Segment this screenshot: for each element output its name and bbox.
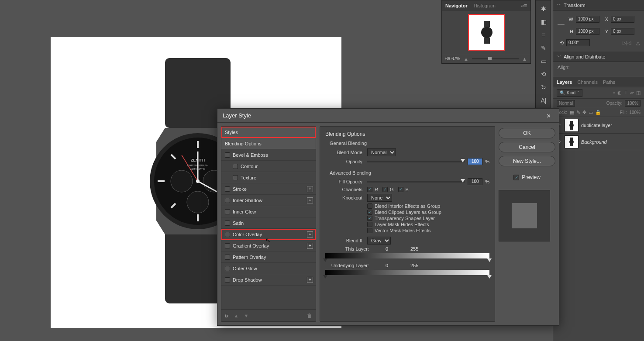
blend-interior-checkbox[interactable] — [367, 203, 372, 209]
bevel-emboss-item[interactable]: Bevel & Emboss — [221, 149, 316, 161]
this-layer-slider[interactable] — [325, 253, 489, 258]
width-field[interactable]: 1000 px — [576, 16, 599, 23]
zoom-in-icon[interactable]: ▲ — [522, 56, 527, 62]
channel-b-label: B — [406, 187, 409, 192]
flip-h-icon[interactable]: ▷|◁ — [623, 40, 631, 46]
tab-channels[interactable]: Channels — [577, 79, 597, 85]
type-a-icon[interactable]: A| — [536, 94, 551, 107]
blend-mode-select[interactable]: Normal — [367, 148, 396, 156]
filter-shape-icon[interactable]: ▱ — [630, 90, 634, 96]
navigator-thumbnail[interactable] — [468, 14, 505, 51]
filter-smart-icon[interactable]: ◫ — [636, 90, 641, 96]
svg-point-24 — [481, 27, 492, 38]
plus-icon[interactable]: + — [307, 243, 313, 249]
angle-field[interactable]: 0.00° — [566, 39, 590, 46]
lock-artboard-icon[interactable]: ▭ — [589, 110, 593, 115]
close-icon[interactable]: × — [547, 112, 554, 119]
vector-mask-hides-checkbox[interactable] — [367, 228, 372, 233]
filter-adjust-icon[interactable]: ◐ — [617, 90, 622, 96]
layers-fill-field[interactable]: 100% — [629, 110, 641, 115]
satin-item[interactable]: Satin — [221, 217, 316, 229]
trash-icon[interactable]: 🗑 — [307, 313, 312, 319]
plus-icon[interactable]: + — [307, 186, 313, 192]
lock-move-icon[interactable]: ✥ — [582, 110, 586, 115]
underlying-layer-slider[interactable] — [325, 270, 489, 275]
channel-g-label: G — [390, 187, 394, 192]
opacity-slider[interactable] — [367, 161, 465, 162]
tab-navigator[interactable]: Navigator — [445, 3, 468, 8]
history-icon[interactable]: ↻ — [536, 81, 551, 94]
compass-icon[interactable]: ✱ — [536, 2, 551, 15]
gradient-overlay-item[interactable]: Gradient Overlay+ — [221, 240, 316, 251]
height-field[interactable]: 1000 px — [576, 28, 599, 35]
fill-opacity-pct: % — [485, 179, 489, 184]
channel-g-checkbox[interactable] — [382, 187, 388, 192]
layer-mask-hides-checkbox[interactable] — [367, 222, 372, 227]
tab-paths[interactable]: Paths — [603, 79, 615, 85]
library-icon[interactable]: ▭ — [536, 55, 551, 68]
zoom-out-icon[interactable]: ▲ — [464, 56, 468, 62]
drop-shadow-item[interactable]: Drop Shadow+ — [221, 274, 316, 286]
color-icon[interactable]: ◧ — [536, 15, 551, 28]
general-blending-label: General Blending — [330, 141, 489, 146]
channel-r-checkbox[interactable] — [367, 187, 372, 192]
texture-item[interactable]: Texture — [221, 172, 316, 183]
zoom-level[interactable]: 66.67% — [445, 56, 460, 61]
outer-glow-item[interactable]: Outer Glow — [221, 263, 316, 274]
layer-row[interactable]: 👁 duplicate layer — [553, 117, 644, 134]
transform-section-header[interactable]: ﹀ Transform — [553, 0, 644, 10]
inner-shadow-item[interactable]: Inner Shadow+ — [221, 195, 316, 206]
styles-header[interactable]: Styles — [221, 127, 316, 138]
knockout-select[interactable]: None — [367, 194, 392, 202]
new-style-button[interactable]: New Style... — [499, 156, 555, 166]
arrow-up-icon[interactable]: ▲ — [234, 313, 239, 318]
contour-item[interactable]: Contour — [221, 161, 316, 172]
blend-clipped-checkbox[interactable] — [367, 210, 372, 215]
tab-histogram[interactable]: Histogram — [474, 3, 496, 8]
align-section-header[interactable]: ﹀ Align and Distribute — [553, 52, 644, 62]
layer-thumbnail[interactable] — [565, 135, 579, 148]
channel-b-checkbox[interactable] — [398, 187, 403, 192]
clone-icon[interactable]: ⟲ — [536, 68, 551, 81]
layer-thumbnail[interactable] — [565, 119, 579, 132]
lock-brush-icon[interactable]: ✎ — [576, 110, 580, 115]
layers-opacity-field[interactable]: 100% — [625, 100, 641, 107]
filter-pixel-icon[interactable]: ▫ — [613, 90, 615, 96]
blend-if-select[interactable]: Gray — [367, 237, 391, 245]
lock-transparency-icon[interactable]: ▦ — [570, 110, 574, 115]
layer-filter-kind[interactable]: 🔍 Kind ˅ — [557, 89, 582, 97]
brush-icon[interactable]: ✎ — [536, 41, 551, 55]
plus-icon[interactable]: + — [307, 231, 313, 238]
transparency-shapes-checkbox[interactable] — [367, 216, 372, 221]
x-field[interactable]: 0 px — [611, 16, 634, 23]
tab-layers[interactable]: Layers — [557, 79, 572, 85]
opacity-field[interactable]: 100 — [468, 158, 482, 165]
ok-button[interactable]: OK — [499, 128, 555, 138]
svg-rect-22 — [484, 21, 490, 27]
layers-blend-mode[interactable]: Normal — [557, 100, 575, 107]
panel-menu-icon[interactable]: »≡ — [521, 3, 527, 9]
blending-options-item[interactable]: Blending Options — [221, 138, 316, 149]
color-overlay-item[interactable]: Color Overlay+ — [221, 229, 316, 240]
svg-text:ZENITH: ZENITH — [191, 158, 205, 162]
preview-label: Preview — [522, 174, 541, 180]
layer-row[interactable]: 👁 Background — [553, 134, 644, 150]
arrow-down-icon[interactable]: ▼ — [244, 313, 248, 318]
flip-v-icon[interactable]: △ — [636, 40, 640, 46]
inner-glow-item[interactable]: Inner Glow — [221, 206, 316, 217]
preview-checkbox[interactable] — [513, 175, 519, 180]
plus-icon[interactable]: + — [307, 277, 313, 283]
fill-opacity-field[interactable]: 100 — [468, 178, 482, 185]
plus-icon[interactable]: + — [307, 197, 313, 203]
link-dimensions-icon[interactable]: ⎯⎯ — [558, 14, 565, 29]
filter-type-icon[interactable]: T — [624, 90, 627, 96]
lock-all-icon[interactable]: 🔒 — [595, 110, 601, 115]
stroke-item[interactable]: Stroke+ — [221, 183, 316, 195]
adjustments-icon[interactable]: ≡ — [536, 28, 551, 41]
zoom-slider[interactable] — [472, 58, 519, 59]
cancel-button[interactable]: Cancel — [499, 142, 555, 152]
y-field[interactable]: 0 px — [611, 28, 634, 35]
fx-menu-icon[interactable]: fx — [225, 313, 229, 318]
fill-opacity-slider[interactable] — [367, 181, 465, 183]
pattern-overlay-item[interactable]: Pattern Overlay — [221, 251, 316, 263]
